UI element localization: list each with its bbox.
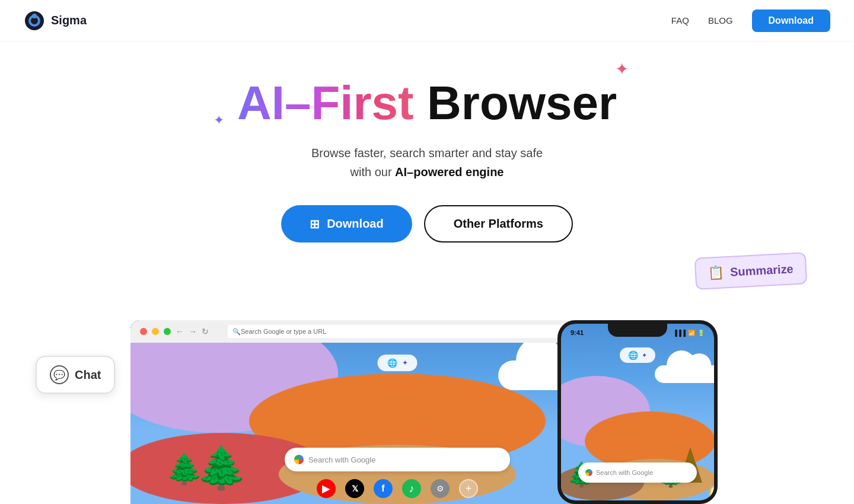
phone-search-bar[interactable]: Search with Google	[578, 462, 697, 483]
globe-icon: 🌐	[387, 358, 397, 368]
app-icons-bar: ▶ 𝕏 f ♪ ⚙ +	[317, 479, 478, 498]
phone-time: 9:41	[571, 329, 584, 336]
battery-icon: 🔋	[697, 330, 705, 336]
download-button[interactable]: ⊞ Download	[281, 205, 412, 243]
sticker-icon: 🖼️	[716, 492, 718, 500]
summarize-badge: 📋 Summarize	[694, 252, 807, 290]
address-bar-icon: 🔍	[232, 328, 241, 336]
browser-search-text: Search with Google	[308, 455, 375, 464]
devices-container: ← → ↻ 🔍 Search Google or type a URL 🌐	[101, 314, 753, 504]
star-top-right-icon: ✦	[615, 59, 629, 79]
tree-left2: 🌲	[196, 444, 247, 492]
svg-point-2	[32, 14, 37, 18]
settings-icon[interactable]: ⚙	[431, 479, 450, 498]
nav-arrows: ← → ↻	[176, 327, 209, 336]
hero-section: AI–First Browser ✦ ✦ Browse faster, sear…	[0, 42, 854, 243]
browser-search-bar[interactable]: Search with Google	[285, 448, 510, 471]
chat-badge: 💬 Chat	[36, 356, 115, 394]
youtube-icon[interactable]: ▶	[317, 479, 336, 498]
phone-google-logo	[585, 469, 592, 476]
address-text: Search Google or type a URL	[241, 328, 326, 335]
hero-title: AI–First Browser	[237, 77, 617, 129]
dot-green	[164, 328, 171, 335]
hero-title-gradient: AI–First	[237, 76, 427, 129]
hero-title-black: Browser	[427, 76, 617, 129]
browser-pill: 🌐 ✦	[378, 355, 418, 371]
hero-subtitle: Browse faster, search smarter and stay s…	[0, 143, 854, 181]
phone-content: 🌐 ✦ 🌲 🌲 Search with Google	[561, 342, 714, 500]
summarize-icon: 📋	[708, 264, 725, 280]
nav-links: FAQ BLOG Download	[671, 9, 830, 32]
google-logo	[294, 455, 304, 464]
windows-icon: ⊞	[310, 217, 320, 231]
wifi-icon: 📶	[688, 330, 695, 336]
phone-status-icons: ▐▐▐ 📶 🔋	[673, 330, 705, 336]
signal-icon: ▐▐▐	[673, 330, 686, 336]
phone-globe-icon: 🌐	[628, 350, 638, 360]
logo-icon	[24, 10, 45, 31]
phone-search-text: Search with Google	[596, 469, 653, 476]
phone-screen: 9:41 ▐▐▐ 📶 🔋 🌐 ✦	[561, 324, 714, 500]
logo[interactable]: Sigma	[24, 10, 87, 31]
dot-yellow	[152, 328, 159, 335]
nav-download-button[interactable]: Download	[752, 9, 830, 32]
add-icon[interactable]: +	[459, 479, 478, 498]
other-platforms-button[interactable]: Other Platforms	[424, 205, 573, 243]
phone-cloud	[655, 365, 714, 383]
navbar: Sigma FAQ BLOG Download	[0, 0, 854, 42]
logo-text: Sigma	[51, 14, 87, 27]
phone-sparkle-icon: ✦	[642, 352, 647, 359]
hero-buttons: ⊞ Download Other Platforms	[0, 205, 854, 243]
phone-mockup: 9:41 ▐▐▐ 📶 🔋 🌐 ✦	[557, 320, 718, 504]
sparkle-icon: ✦	[402, 359, 408, 367]
x-icon[interactable]: 𝕏	[345, 479, 364, 498]
dot-red	[140, 328, 147, 335]
facebook-icon[interactable]: f	[374, 479, 393, 498]
spotify-icon[interactable]: ♪	[402, 479, 421, 498]
faq-link[interactable]: FAQ	[671, 15, 689, 25]
blog-link[interactable]: BLOG	[708, 15, 733, 25]
phone-pill: 🌐 ✦	[620, 347, 655, 363]
chat-icon: 💬	[50, 365, 69, 384]
star-left-icon: ✦	[214, 113, 224, 128]
phone-notch	[608, 324, 667, 337]
